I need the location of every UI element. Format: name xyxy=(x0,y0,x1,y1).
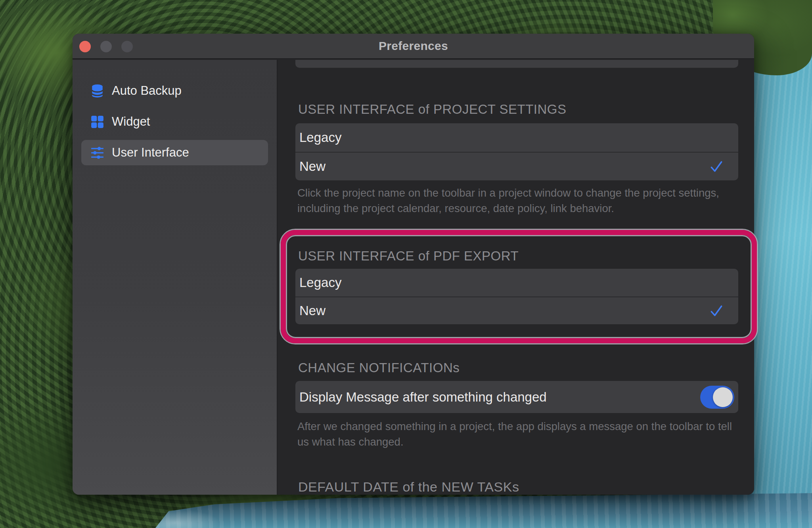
zoom-button[interactable] xyxy=(121,41,133,52)
checkmark-icon xyxy=(709,303,724,318)
sidebar-item-label: Widget xyxy=(112,115,150,129)
option-row-legacy[interactable]: Legacy xyxy=(295,123,738,152)
toggle-switch[interactable] xyxy=(700,386,734,409)
section-header-pdf-export: USER INTERFACE of PDF EXPORT xyxy=(298,249,519,264)
window-title: Preferences xyxy=(379,39,448,53)
section-description: After we changed something in a project,… xyxy=(297,419,740,450)
preferences-window: Preferences Auto Backup Widg xyxy=(73,34,754,495)
titlebar[interactable]: Preferences xyxy=(73,34,754,59)
sidebar-item-auto-backup[interactable]: Auto Backup xyxy=(81,78,268,103)
display-message-row: Display Message after something changed xyxy=(295,381,738,413)
section-header-default-date: DEFAULT DATE of the NEW TASKs xyxy=(298,479,519,495)
clipped-row-partial[interactable] xyxy=(295,60,738,68)
project-settings-option-group: Legacy New xyxy=(295,123,738,180)
section-description: Click the project name on the toolbar in… xyxy=(297,185,740,216)
widget-grid-icon xyxy=(90,115,105,129)
database-icon xyxy=(90,84,105,98)
section-header-project-settings: USER INTERFACE of PROJECT SETTINGS xyxy=(298,102,567,117)
sidebar-item-label: Auto Backup xyxy=(112,84,182,98)
option-label: New xyxy=(299,159,709,174)
content-pane: USER INTERFACE of PROJECT SETTINGS Legac… xyxy=(278,60,754,495)
close-button[interactable] xyxy=(79,41,91,52)
sidebar-item-user-interface[interactable]: User Interface xyxy=(81,140,268,165)
pdf-export-option-group: Legacy New xyxy=(295,269,738,324)
sidebar: Auto Backup Widget xyxy=(73,60,278,495)
minimize-button[interactable] xyxy=(100,41,112,52)
sliders-icon xyxy=(90,145,105,160)
option-label: New xyxy=(299,303,709,318)
option-row-legacy[interactable]: Legacy xyxy=(295,269,738,297)
section-header-change-notifications: CHANGE NOTIFICATIONs xyxy=(298,360,460,375)
sidebar-item-label: User Interface xyxy=(112,145,189,160)
option-label: Legacy xyxy=(299,130,724,145)
option-row-new[interactable]: New xyxy=(295,152,738,180)
sidebar-item-widget[interactable]: Widget xyxy=(81,109,268,134)
checkmark-icon xyxy=(709,159,724,174)
traffic-lights xyxy=(79,34,133,59)
water-bottom xyxy=(155,493,812,528)
toggle-label: Display Message after something changed xyxy=(299,390,547,405)
option-label: Legacy xyxy=(299,275,724,290)
toggle-knob xyxy=(713,387,733,407)
desktop-background: Preferences Auto Backup Widg xyxy=(0,0,812,528)
option-row-new[interactable]: New xyxy=(295,297,738,324)
